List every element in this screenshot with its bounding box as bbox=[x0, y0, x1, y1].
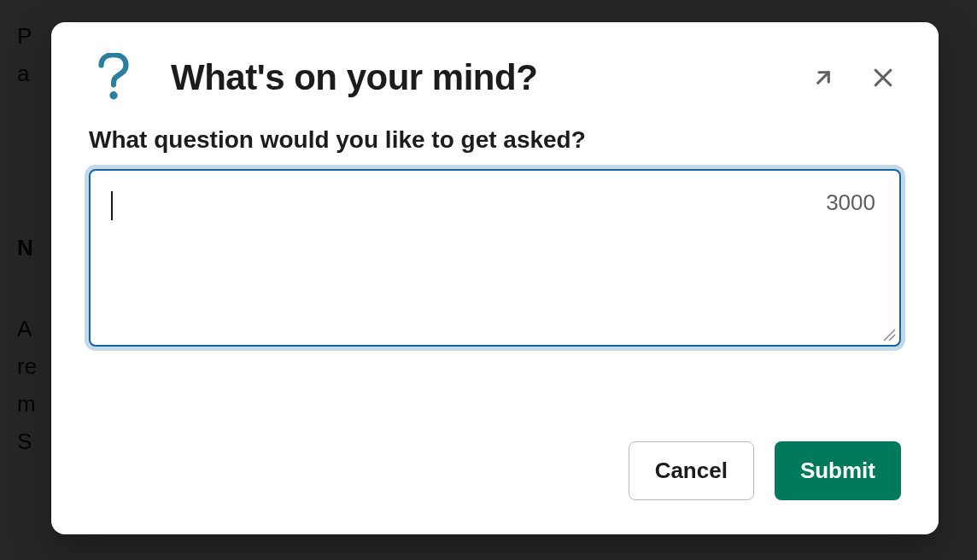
question-textarea[interactable] bbox=[91, 171, 899, 341]
modal-body: What question would you like to get aske… bbox=[51, 120, 939, 426]
close-icon bbox=[870, 65, 896, 90]
question-field-label: What question would you like to get aske… bbox=[89, 126, 901, 154]
submit-button[interactable]: Submit bbox=[775, 441, 901, 500]
header-actions bbox=[805, 60, 901, 96]
question-mark-icon bbox=[89, 53, 138, 102]
close-button[interactable] bbox=[865, 60, 901, 96]
modal-title: What's on your mind? bbox=[171, 57, 805, 98]
cancel-button[interactable]: Cancel bbox=[629, 441, 754, 500]
modal-header: What's on your mind? bbox=[51, 22, 939, 120]
text-cursor bbox=[111, 191, 113, 220]
arrow-up-right-icon bbox=[810, 65, 836, 90]
svg-point-0 bbox=[109, 91, 117, 99]
modal-dialog: What's on your mind? What question would… bbox=[51, 22, 939, 534]
modal-footer: Cancel Submit bbox=[51, 426, 939, 534]
textarea-wrapper: 3000 bbox=[89, 169, 901, 347]
expand-button[interactable] bbox=[805, 60, 841, 96]
